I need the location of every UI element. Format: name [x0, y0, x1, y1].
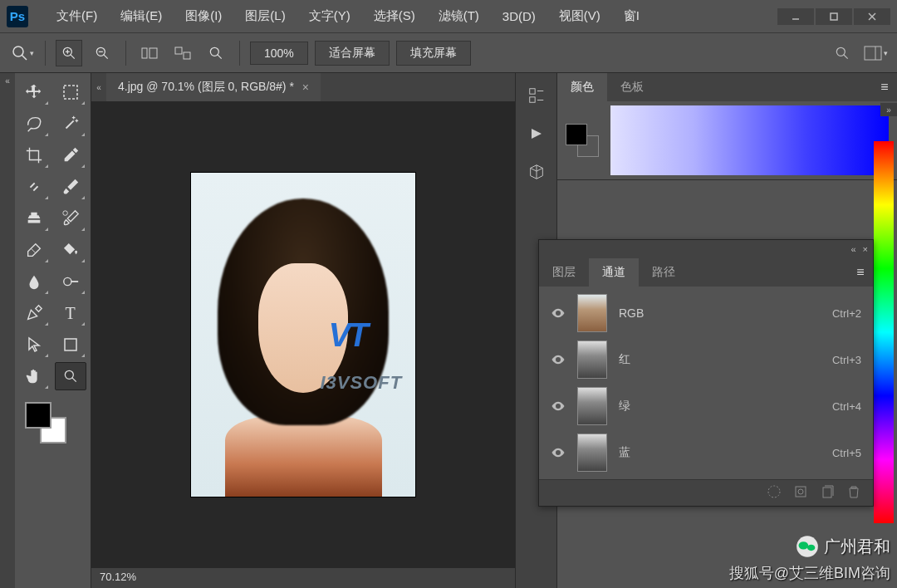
- lasso-tool[interactable]: [18, 110, 50, 138]
- fill-screen-button[interactable]: 填充屏幕: [396, 41, 471, 66]
- color-swatches[interactable]: [25, 402, 66, 443]
- color-panel: 颜色 色板 ≡: [557, 73, 897, 180]
- zoom-in-button[interactable]: [56, 40, 82, 66]
- document-tab[interactable]: 4.jpg @ 70.1% (图层 0, RGB/8#) * ×: [106, 73, 321, 101]
- fit-screen-button[interactable]: 适合屏幕: [315, 41, 390, 66]
- shape-tool[interactable]: [55, 331, 86, 359]
- toolbox-collapse-strip[interactable]: «: [0, 73, 15, 588]
- brush-tool[interactable]: [55, 173, 86, 201]
- channels-panel-footer: [539, 479, 873, 506]
- svg-rect-34: [529, 97, 534, 102]
- healing-brush-tool[interactable]: [18, 173, 50, 201]
- color-tab[interactable]: 颜色: [557, 73, 607, 101]
- visibility-icon[interactable]: [551, 306, 566, 321]
- paint-bucket-tool[interactable]: [55, 236, 86, 264]
- eraser-tool[interactable]: [18, 236, 50, 264]
- hand-tool[interactable]: [18, 362, 50, 390]
- type-tool[interactable]: T: [55, 299, 86, 327]
- canvas-area[interactable]: VT I3VSOFT: [91, 101, 515, 568]
- search-icon[interactable]: [829, 40, 855, 66]
- wechat-watermark: 广州君和: [796, 535, 890, 558]
- eyedropper-tool[interactable]: [55, 141, 86, 169]
- channels-tab[interactable]: 通道: [589, 258, 639, 287]
- load-selection-icon[interactable]: [767, 484, 785, 502]
- menu-filter[interactable]: 滤镜(T): [427, 8, 491, 24]
- swatches-tab[interactable]: 色板: [607, 73, 657, 101]
- channel-row[interactable]: 蓝Ctrl+5: [539, 429, 873, 476]
- zoom-all-button[interactable]: [169, 40, 196, 66]
- dodge-tool[interactable]: [55, 267, 86, 296]
- panel-menu-icon[interactable]: ≡: [872, 73, 897, 101]
- blur-tool[interactable]: [18, 267, 50, 296]
- zoom-tool[interactable]: [55, 362, 86, 390]
- svg-point-39: [798, 489, 803, 494]
- color-field[interactable]: [610, 105, 889, 175]
- channel-thumbnail: [577, 434, 607, 472]
- window-close-button[interactable]: [854, 8, 890, 25]
- foreground-color-swatch[interactable]: [25, 402, 51, 429]
- close-tab-icon[interactable]: ×: [302, 81, 309, 94]
- menu-file[interactable]: 文件(F): [45, 8, 109, 24]
- zoom-out-button[interactable]: [89, 40, 115, 66]
- crop-tool[interactable]: [18, 141, 50, 169]
- actions-panel-icon[interactable]: [526, 123, 547, 145]
- status-zoom-level[interactable]: 70.12%: [100, 571, 136, 583]
- channel-thumbnail: [577, 341, 607, 379]
- menu-bar: Ps 文件(F) 编辑(E) 图像(I) 图层(L) 文字(Y) 选择(S) 滤…: [0, 0, 897, 33]
- panel-collapse-icon[interactable]: »: [880, 103, 897, 116]
- menu-image[interactable]: 图像(I): [174, 8, 233, 24]
- 3d-panel-icon[interactable]: [526, 161, 547, 183]
- channel-row[interactable]: 红Ctrl+3: [539, 336, 873, 383]
- history-brush-tool[interactable]: [55, 204, 86, 233]
- svg-point-28: [63, 277, 71, 285]
- workspace-switcher-icon[interactable]: ▾: [862, 40, 889, 66]
- svg-line-20: [844, 54, 848, 58]
- menu-edit[interactable]: 编辑(E): [109, 8, 174, 24]
- menu-3d[interactable]: 3D(D): [491, 9, 547, 23]
- app-logo: Ps: [7, 6, 28, 27]
- channel-shortcut: Ctrl+2: [832, 307, 861, 320]
- path-selection-tool[interactable]: [18, 331, 50, 359]
- tool-preset-icon[interactable]: ▾: [8, 40, 35, 66]
- pen-tool[interactable]: [18, 299, 50, 327]
- watermark-brand: I3VSOFT: [320, 372, 402, 394]
- panel-menu-icon[interactable]: ≡: [848, 258, 873, 287]
- menu-type[interactable]: 文字(Y): [297, 8, 362, 24]
- watermark-logo: VT: [329, 316, 366, 354]
- window-minimize-button[interactable]: [777, 8, 814, 25]
- layers-tab[interactable]: 图层: [539, 258, 589, 287]
- window-maximize-button[interactable]: [816, 8, 852, 25]
- color-panel-swatch[interactable]: [566, 124, 599, 157]
- save-selection-icon[interactable]: [793, 484, 811, 502]
- resize-windows-button[interactable]: [136, 40, 163, 66]
- svg-line-5: [22, 55, 27, 60]
- menu-layer[interactable]: 图层(L): [233, 8, 297, 24]
- new-channel-icon[interactable]: [820, 484, 838, 502]
- document-tab-bar: « 4.jpg @ 70.1% (图层 0, RGB/8#) * ×: [91, 73, 515, 101]
- document-canvas[interactable]: [191, 173, 415, 497]
- visibility-icon[interactable]: [551, 445, 566, 460]
- visibility-icon[interactable]: [551, 352, 566, 367]
- document-tab-title: 4.jpg @ 70.1% (图层 0, RGB/8#) *: [118, 80, 294, 95]
- channel-row[interactable]: RGBCtrl+2: [539, 290, 873, 336]
- channels-panel: « × 图层 通道 路径 ≡ RGBCtrl+2红Ctrl+3绿Ctrl+4蓝C…: [538, 239, 874, 507]
- menu-window[interactable]: 窗I: [612, 8, 651, 24]
- scrubby-zoom-button[interactable]: [203, 40, 229, 66]
- magic-wand-tool[interactable]: [55, 110, 86, 138]
- history-panel-icon[interactable]: [526, 85, 547, 106]
- delete-channel-icon[interactable]: [846, 484, 865, 502]
- svg-point-27: [62, 211, 67, 216]
- panel-close-button[interactable]: ×: [863, 244, 868, 254]
- hue-strip[interactable]: [874, 141, 894, 523]
- tab-collapse-icon[interactable]: «: [91, 83, 106, 92]
- paths-tab[interactable]: 路径: [639, 258, 689, 287]
- clone-stamp-tool[interactable]: [18, 204, 50, 233]
- channel-row[interactable]: 绿Ctrl+4: [539, 383, 873, 429]
- visibility-icon[interactable]: [551, 399, 566, 414]
- menu-view[interactable]: 视图(V): [547, 8, 612, 24]
- zoom-level-field[interactable]: 100%: [250, 42, 308, 65]
- panel-collapse-button[interactable]: «: [850, 244, 855, 254]
- menu-select[interactable]: 选择(S): [362, 8, 427, 24]
- move-tool[interactable]: [18, 78, 50, 106]
- marquee-tool[interactable]: [55, 78, 86, 106]
